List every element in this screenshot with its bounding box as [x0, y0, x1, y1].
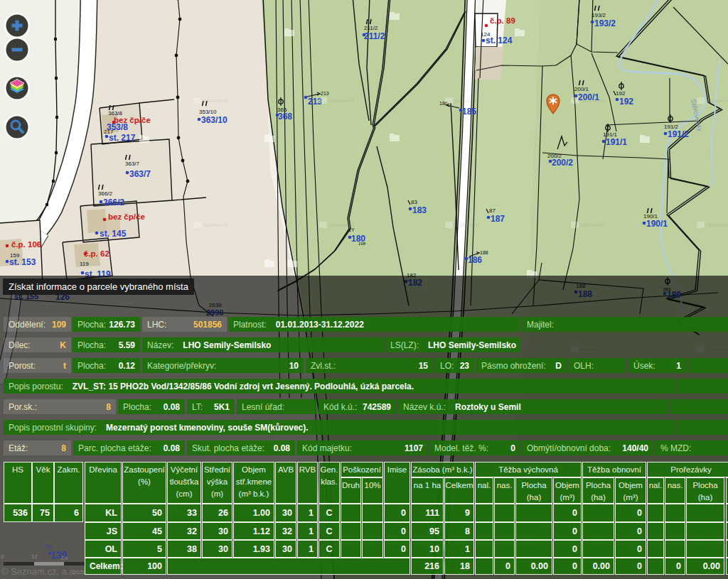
- svg-text:SEZNAM.CZ: SEZNAM.CZ: [329, 223, 354, 227]
- svg-text:83: 83: [411, 199, 417, 205]
- svg-text:185: 185: [462, 107, 476, 117]
- svg-text:SEZNAM.CZ: SEZNAM.CZ: [581, 223, 606, 227]
- svg-text:SEZNAM.CZ: SEZNAM.CZ: [203, 99, 228, 103]
- svg-text:č.p. 106: č.p. 106: [11, 240, 41, 249]
- svg-text:187: 187: [491, 214, 505, 224]
- svg-text:119: 119: [80, 261, 89, 267]
- svg-text:363/7: 363/7: [129, 169, 151, 179]
- svg-text:366/2: 366/2: [98, 190, 113, 197]
- svg-text:190/1: 190/1: [646, 219, 668, 229]
- svg-text:353/10: 353/10: [199, 109, 217, 115]
- svg-text:SEZNAM.CZ: SEZNAM.CZ: [707, 223, 728, 227]
- svg-text:193/2: 193/2: [592, 12, 606, 18]
- svg-text:186: 186: [468, 255, 482, 265]
- svg-text:363/7: 363/7: [125, 161, 140, 167]
- svg-text:200/1: 200/1: [574, 86, 589, 92]
- svg-text:st. 145: st. 145: [100, 229, 127, 239]
- svg-text:st. 124: st. 124: [486, 36, 513, 45]
- svg-text:SEZNAM.CZ: SEZNAM.CZ: [455, 223, 480, 227]
- svg-text:193/2: 193/2: [594, 18, 616, 28]
- svg-text:200/2: 200/2: [552, 158, 573, 168]
- svg-text:191/2: 191/2: [668, 129, 689, 139]
- svg-text:183: 183: [412, 205, 427, 215]
- svg-text:87: 87: [489, 207, 496, 214]
- svg-text:188: 188: [480, 250, 488, 255]
- svg-text:198: 198: [358, 242, 366, 246]
- svg-text:363/10: 363/10: [201, 115, 228, 125]
- svg-text:1Y: 1Y: [348, 227, 355, 232]
- svg-text:st. 217: st. 217: [109, 133, 136, 143]
- svg-text:č.p. 89: č.p. 89: [490, 16, 515, 25]
- svg-text:SEZNAM.CZ: SEZNAM.CZ: [581, 99, 606, 103]
- svg-text:st. 153: st. 153: [9, 257, 36, 267]
- svg-text:213: 213: [321, 91, 329, 96]
- svg-text:192: 192: [619, 97, 633, 107]
- svg-text:191/1: 191/1: [606, 137, 627, 147]
- svg-text:SEZNAM.CZ: SEZNAM.CZ: [707, 99, 728, 103]
- svg-text:SEZNAM.CZ: SEZNAM.CZ: [455, 99, 480, 103]
- svg-text:211/2: 211/2: [364, 31, 385, 41]
- svg-text:bez čp/če: bez čp/če: [108, 212, 145, 221]
- svg-text:č.p. 62: č.p. 62: [84, 249, 109, 258]
- svg-text:SEZNAM.CZ: SEZNAM.CZ: [329, 99, 354, 103]
- svg-text:368: 368: [278, 112, 292, 121]
- svg-text:211/2: 211/2: [364, 25, 378, 31]
- svg-text:192: 192: [616, 90, 626, 97]
- svg-text:SEZNAM.CZ: SEZNAM.CZ: [203, 223, 228, 227]
- svg-text:366/2: 366/2: [103, 197, 124, 207]
